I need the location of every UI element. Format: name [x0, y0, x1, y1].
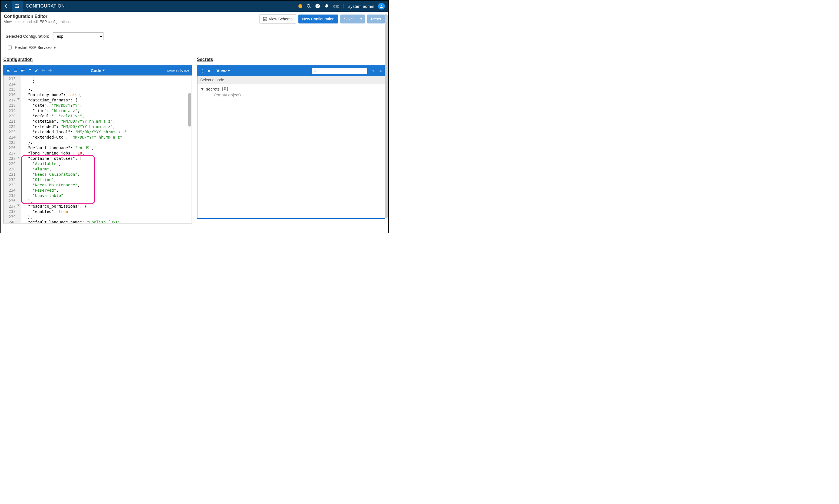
chevron-down-icon: [360, 18, 362, 20]
code-tab[interactable]: Code: [91, 68, 105, 73]
avatar[interactable]: [378, 3, 385, 10]
new-config-button[interactable]: New Configuration: [298, 15, 338, 23]
redo-icon[interactable]: [48, 69, 52, 72]
svg-point-10: [314, 70, 316, 72]
topbar: CONFIGURATION ? esp | system admin: [1, 1, 388, 12]
undo-icon[interactable]: [41, 69, 45, 72]
editor-scrollbar[interactable]: [188, 76, 191, 223]
sub-header: Configuration Editor View, create, and e…: [1, 12, 388, 26]
compact-icon[interactable]: [13, 69, 18, 72]
search-next-icon[interactable]: [372, 70, 375, 72]
reset-button[interactable]: Reset: [367, 15, 385, 23]
svg-point-7: [381, 5, 382, 6]
filter-icon[interactable]: [28, 69, 32, 72]
editor-title: Configuration Editor: [4, 14, 70, 19]
separator: |: [343, 4, 344, 9]
secrets-root-node[interactable]: ▼ secrets {0}: [200, 86, 382, 91]
search-icon: [313, 69, 317, 73]
restart-checkbox[interactable]: [8, 46, 12, 50]
secrets-root-key: secrets: [206, 87, 220, 91]
chevron-down-icon: [102, 70, 105, 71]
config-selector-row: Selected Configuration: esp: [1, 26, 388, 43]
schema-icon: [263, 17, 267, 21]
secrets-heading: Secrets: [197, 57, 386, 62]
view-schema-button[interactable]: View Schema: [259, 15, 296, 23]
tree-toggle-icon[interactable]: ▼: [200, 87, 204, 91]
save-button[interactable]: Save: [340, 15, 365, 23]
secrets-pane: Secrets View Select a node... ▼ secrets …: [197, 55, 386, 223]
secrets-empty-label: (empty object): [214, 92, 382, 97]
secrets-toolbar: View: [198, 66, 385, 76]
chevron-down-icon: [228, 70, 230, 72]
svg-point-6: [326, 7, 327, 8]
save-caret[interactable]: [358, 15, 365, 23]
svg-point-9: [264, 18, 265, 19]
configuration-pane: Configuration Code powered by ace 213214…: [3, 55, 192, 223]
repair-icon[interactable]: [35, 69, 39, 72]
expand-all-icon[interactable]: [200, 69, 204, 73]
collapse-all-icon[interactable]: [207, 69, 211, 73]
restart-label: Restart ESP Services +: [15, 45, 56, 50]
code-body[interactable]: ] ] }, "ontology_mode": false, "datetime…: [21, 76, 192, 223]
new-config-label: New Configuration: [302, 17, 334, 21]
page-title: CONFIGURATION: [26, 4, 65, 9]
bell-icon[interactable]: [324, 4, 329, 9]
page-scrollbar[interactable]: [385, 14, 388, 232]
view-label: View: [217, 69, 226, 73]
chevron-left-icon: [4, 4, 8, 9]
back-button[interactable]: [1, 1, 12, 12]
help-icon[interactable]: ?: [315, 4, 320, 9]
search-prev-icon[interactable]: [379, 70, 382, 72]
selected-config-label: Selected Configuration:: [5, 34, 49, 39]
code-tab-label: Code: [91, 68, 101, 73]
editor-toolbar: Code powered by ace: [3, 65, 192, 75]
svg-point-2: [16, 7, 17, 8]
reset-label: Reset: [371, 17, 381, 21]
search-icon[interactable]: [306, 4, 311, 9]
configuration-heading: Configuration: [3, 57, 192, 62]
config-icon: [12, 1, 23, 12]
code-editor[interactable]: 2132142152162172182192202212222232242252…: [3, 75, 192, 223]
sort-icon[interactable]: [21, 69, 25, 72]
status-dot: [298, 4, 302, 8]
svg-point-1: [18, 5, 19, 7]
secrets-tree[interactable]: ▼ secrets {0} (empty object): [198, 84, 385, 218]
secrets-breadcrumb: Select a node...: [198, 76, 385, 84]
config-select[interactable]: esp: [53, 32, 103, 40]
view-dropdown[interactable]: View: [217, 69, 230, 73]
view-schema-label: View Schema: [269, 17, 293, 21]
user-label: system admin: [348, 4, 374, 9]
format-icon[interactable]: [6, 69, 11, 72]
editor-subtitle: View, create, and edit ESP configuration…: [4, 20, 70, 24]
restart-row: Restart ESP Services +: [1, 43, 388, 55]
svg-point-0: [16, 4, 17, 5]
save-label: Save: [344, 17, 353, 21]
editor-scroll-thumb[interactable]: [188, 93, 191, 127]
powered-by-label: powered by ace: [167, 69, 189, 72]
svg-text:?: ?: [316, 4, 319, 8]
secrets-root-brace: {0}: [221, 86, 229, 91]
secrets-search[interactable]: [311, 68, 367, 74]
org-label: esp: [333, 4, 340, 8]
gutter: 2132142152162172182192202212222232242252…: [4, 76, 21, 223]
page-scroll-thumb[interactable]: [385, 14, 388, 218]
svg-point-3: [307, 4, 310, 7]
